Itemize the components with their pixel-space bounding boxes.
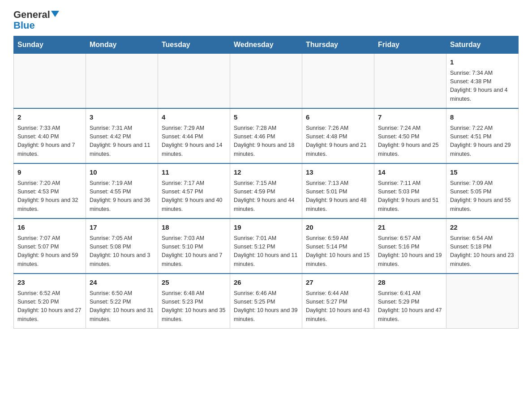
day-info: Sunrise: 7:22 AMSunset: 4:51 PMDaylight:…: [450, 124, 515, 159]
day-number: 5: [234, 112, 298, 123]
header-sunday: Sunday: [14, 36, 86, 54]
week-row-2: 2Sunrise: 7:33 AMSunset: 4:40 PMDaylight…: [14, 108, 519, 163]
logo-general-text: General: [13, 9, 50, 21]
day-info: Sunrise: 7:28 AMSunset: 4:46 PMDaylight:…: [234, 124, 298, 159]
calendar-cell: 15Sunrise: 7:09 AMSunset: 5:05 PMDayligh…: [446, 163, 519, 218]
header-monday: Monday: [86, 36, 158, 54]
calendar-cell: 2Sunrise: 7:33 AMSunset: 4:40 PMDaylight…: [14, 108, 86, 163]
day-info: Sunrise: 6:52 AMSunset: 5:20 PMDaylight:…: [17, 289, 82, 324]
calendar-cell: 8Sunrise: 7:22 AMSunset: 4:51 PMDaylight…: [446, 108, 519, 163]
day-number: 25: [162, 278, 226, 288]
day-info: Sunrise: 7:13 AMSunset: 5:01 PMDaylight:…: [306, 179, 370, 214]
day-info: Sunrise: 7:26 AMSunset: 4:48 PMDaylight:…: [306, 124, 370, 159]
calendar-cell: 6Sunrise: 7:26 AMSunset: 4:48 PMDaylight…: [302, 108, 374, 163]
day-info: Sunrise: 7:24 AMSunset: 4:50 PMDaylight:…: [378, 124, 442, 159]
day-info: Sunrise: 6:50 AMSunset: 5:22 PMDaylight:…: [90, 289, 154, 324]
day-number: 1: [450, 57, 515, 68]
day-info: Sunrise: 6:44 AMSunset: 5:27 PMDaylight:…: [306, 289, 370, 324]
calendar-cell: 19Sunrise: 7:01 AMSunset: 5:12 PMDayligh…: [230, 218, 302, 274]
day-number: 7: [378, 112, 442, 123]
day-number: 15: [450, 167, 515, 178]
calendar-cell: [14, 54, 86, 109]
day-number: 26: [234, 278, 298, 288]
day-info: Sunrise: 7:17 AMSunset: 4:57 PMDaylight:…: [162, 179, 226, 214]
week-row-3: 9Sunrise: 7:20 AMSunset: 4:53 PMDaylight…: [14, 163, 519, 218]
logo-triangle-icon: [51, 11, 59, 17]
calendar-cell: 7Sunrise: 7:24 AMSunset: 4:50 PMDaylight…: [374, 108, 446, 163]
day-info: Sunrise: 7:20 AMSunset: 4:53 PMDaylight:…: [17, 179, 82, 214]
day-info: Sunrise: 7:33 AMSunset: 4:40 PMDaylight:…: [17, 124, 82, 159]
page-header: General Blue: [13, 9, 519, 31]
day-info: Sunrise: 7:05 AMSunset: 5:08 PMDaylight:…: [90, 234, 154, 269]
day-info: Sunrise: 7:01 AMSunset: 5:12 PMDaylight:…: [234, 234, 298, 269]
day-number: 28: [378, 278, 442, 288]
calendar-cell: 27Sunrise: 6:44 AMSunset: 5:27 PMDayligh…: [302, 274, 374, 329]
header-wednesday: Wednesday: [230, 36, 302, 54]
calendar-cell: 13Sunrise: 7:13 AMSunset: 5:01 PMDayligh…: [302, 163, 374, 218]
day-info: Sunrise: 7:03 AMSunset: 5:10 PMDaylight:…: [162, 234, 226, 269]
logo-blue-text: Blue: [13, 20, 35, 31]
day-info: Sunrise: 6:54 AMSunset: 5:18 PMDaylight:…: [450, 234, 515, 269]
day-number: 23: [17, 278, 82, 288]
day-info: Sunrise: 7:34 AMSunset: 4:38 PMDaylight:…: [450, 69, 515, 104]
calendar-cell: [158, 54, 230, 109]
day-info: Sunrise: 7:15 AMSunset: 4:59 PMDaylight:…: [234, 179, 298, 214]
day-number: 17: [90, 223, 154, 233]
day-number: 12: [234, 167, 298, 178]
calendar-cell: 18Sunrise: 7:03 AMSunset: 5:10 PMDayligh…: [158, 218, 230, 274]
calendar-cell: 4Sunrise: 7:29 AMSunset: 4:44 PMDaylight…: [158, 108, 230, 163]
week-row-1: 1Sunrise: 7:34 AMSunset: 4:38 PMDaylight…: [14, 54, 519, 109]
week-row-5: 23Sunrise: 6:52 AMSunset: 5:20 PMDayligh…: [14, 274, 519, 329]
calendar-cell: 1Sunrise: 7:34 AMSunset: 4:38 PMDaylight…: [446, 54, 519, 109]
day-number: 19: [234, 223, 298, 233]
logo: General Blue: [13, 9, 59, 31]
calendar-cell: 23Sunrise: 6:52 AMSunset: 5:20 PMDayligh…: [14, 274, 86, 329]
calendar-cell: 26Sunrise: 6:46 AMSunset: 5:25 PMDayligh…: [230, 274, 302, 329]
day-number: 2: [17, 112, 82, 123]
calendar-cell: 20Sunrise: 6:59 AMSunset: 5:14 PMDayligh…: [302, 218, 374, 274]
calendar-header-row: SundayMondayTuesdayWednesdayThursdayFrid…: [14, 36, 519, 54]
header-saturday: Saturday: [446, 36, 519, 54]
day-number: 14: [378, 167, 442, 178]
day-number: 18: [162, 223, 226, 233]
calendar-cell: 21Sunrise: 6:57 AMSunset: 5:16 PMDayligh…: [374, 218, 446, 274]
calendar-cell: 11Sunrise: 7:17 AMSunset: 4:57 PMDayligh…: [158, 163, 230, 218]
header-tuesday: Tuesday: [158, 36, 230, 54]
calendar-cell: 25Sunrise: 6:48 AMSunset: 5:23 PMDayligh…: [158, 274, 230, 329]
day-number: 22: [450, 223, 515, 233]
day-info: Sunrise: 7:07 AMSunset: 5:07 PMDaylight:…: [17, 234, 82, 269]
calendar-cell: [86, 54, 158, 109]
day-info: Sunrise: 7:29 AMSunset: 4:44 PMDaylight:…: [162, 124, 226, 159]
day-number: 24: [90, 278, 154, 288]
day-info: Sunrise: 6:41 AMSunset: 5:29 PMDaylight:…: [378, 289, 442, 324]
day-info: Sunrise: 6:59 AMSunset: 5:14 PMDaylight:…: [306, 234, 370, 269]
calendar-cell: 28Sunrise: 6:41 AMSunset: 5:29 PMDayligh…: [374, 274, 446, 329]
calendar-cell: 24Sunrise: 6:50 AMSunset: 5:22 PMDayligh…: [86, 274, 158, 329]
day-number: 27: [306, 278, 370, 288]
calendar-cell: [230, 54, 302, 109]
calendar-cell: 9Sunrise: 7:20 AMSunset: 4:53 PMDaylight…: [14, 163, 86, 218]
calendar-cell: [302, 54, 374, 109]
day-number: 20: [306, 223, 370, 233]
day-number: 8: [450, 112, 515, 123]
day-info: Sunrise: 6:48 AMSunset: 5:23 PMDaylight:…: [162, 289, 226, 324]
week-row-4: 16Sunrise: 7:07 AMSunset: 5:07 PMDayligh…: [14, 218, 519, 274]
day-number: 4: [162, 112, 226, 123]
day-info: Sunrise: 6:57 AMSunset: 5:16 PMDaylight:…: [378, 234, 442, 269]
day-number: 11: [162, 167, 226, 178]
calendar-cell: 12Sunrise: 7:15 AMSunset: 4:59 PMDayligh…: [230, 163, 302, 218]
calendar-table: SundayMondayTuesdayWednesdayThursdayFrid…: [13, 36, 519, 329]
day-number: 6: [306, 112, 370, 123]
calendar-cell: 10Sunrise: 7:19 AMSunset: 4:55 PMDayligh…: [86, 163, 158, 218]
day-info: Sunrise: 7:31 AMSunset: 4:42 PMDaylight:…: [90, 124, 154, 159]
calendar-cell: 3Sunrise: 7:31 AMSunset: 4:42 PMDaylight…: [86, 108, 158, 163]
day-info: Sunrise: 7:19 AMSunset: 4:55 PMDaylight:…: [90, 179, 154, 214]
header-thursday: Thursday: [302, 36, 374, 54]
day-info: Sunrise: 6:46 AMSunset: 5:25 PMDaylight:…: [234, 289, 298, 324]
day-number: 9: [17, 167, 82, 178]
day-number: 10: [90, 167, 154, 178]
day-number: 16: [17, 223, 82, 233]
day-info: Sunrise: 7:11 AMSunset: 5:03 PMDaylight:…: [378, 179, 442, 214]
day-info: Sunrise: 7:09 AMSunset: 5:05 PMDaylight:…: [450, 179, 515, 214]
day-number: 3: [90, 112, 154, 123]
